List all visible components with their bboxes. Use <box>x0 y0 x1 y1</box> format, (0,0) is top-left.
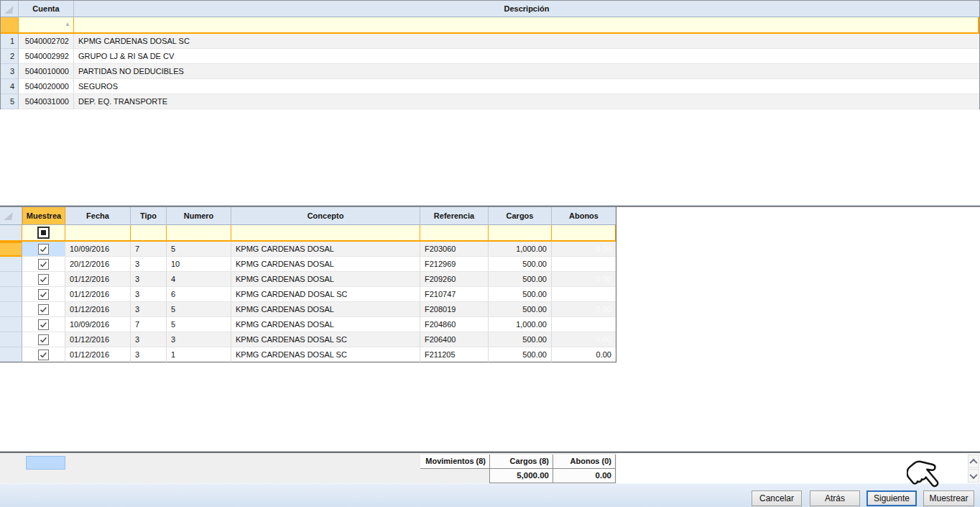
abonos-cell[interactable]: 0.00 <box>552 347 616 362</box>
cuenta-filter-input[interactable]: ▲ <box>19 17 74 32</box>
movement-row[interactable]: 10/09/201675KPMG CARDENAS DOSALF2048601,… <box>0 317 616 332</box>
concepto-cell[interactable]: KPMG CARDENAS DOSAL <box>231 302 420 317</box>
account-row[interactable]: 35040010000PARTIDAS NO DEDUCIBLES <box>1 64 979 79</box>
abonos-cell[interactable]: 0.00 <box>552 302 616 317</box>
muestrea-checkbox-cell[interactable] <box>22 302 65 317</box>
muestrea-checkbox-cell[interactable] <box>22 347 65 362</box>
muestrea-checkbox-cell[interactable] <box>22 257 65 272</box>
abonos-cell[interactable]: 0.00 <box>552 287 616 302</box>
movement-row[interactable]: 20/12/2016310KPMG CARDENAS DOSALF2129695… <box>0 257 616 272</box>
row-selector-cell[interactable] <box>0 317 22 332</box>
cargos-cell[interactable]: 500.00 <box>489 347 552 362</box>
descripcion-cell[interactable]: GRUPO LJ & RI SA DE CV <box>74 49 979 64</box>
checkbox-checked[interactable] <box>38 319 49 330</box>
checkbox-checked[interactable] <box>38 259 49 270</box>
movement-row[interactable]: 01/12/201634KPMG CARDENAS DOSALF20926050… <box>0 272 616 287</box>
movement-row[interactable]: 01/12/201631KPMG CARDENAS DOSAL SCF21120… <box>0 347 616 362</box>
concepto-cell[interactable]: KPMG CARDENAS DOSAL SC <box>231 347 420 362</box>
abonos-cell[interactable]: 0.00 <box>552 332 616 347</box>
vertical-scrollbar[interactable] <box>968 455 979 483</box>
referencia-cell[interactable]: F208019 <box>420 302 489 317</box>
movement-row[interactable]: 01/12/201635KPMG CARDENAS DOSALF20801950… <box>0 302 616 317</box>
numero-cell[interactable]: 3 <box>167 332 231 347</box>
row-selector-cell[interactable] <box>0 272 22 287</box>
column-header-muestrea[interactable]: Muestrea <box>22 207 65 225</box>
cargos-cell[interactable]: 500.00 <box>489 332 552 347</box>
row-number-cell[interactable]: 5 <box>1 94 19 109</box>
tipo-filter-input[interactable] <box>131 225 167 240</box>
referencia-filter-input[interactable] <box>420 225 489 240</box>
row-selector-cell[interactable] <box>0 287 22 302</box>
fecha-cell[interactable]: 01/12/2016 <box>65 347 131 362</box>
row-selector-cell[interactable] <box>0 302 22 317</box>
descripcion-cell[interactable]: PARTIDAS NO DEDUCIBLES <box>74 64 979 79</box>
filter-row-selector[interactable] <box>0 225 22 240</box>
concepto-cell[interactable]: KPMG CARDENAS DOSAL <box>231 257 420 272</box>
row-selector-cell[interactable] <box>0 242 22 257</box>
column-header-cuenta[interactable]: Cuenta <box>19 1 74 17</box>
fecha-cell[interactable]: 20/12/2016 <box>65 257 131 272</box>
column-header-concepto[interactable]: Concepto <box>231 207 420 225</box>
next-button[interactable]: Siguiente <box>866 490 917 506</box>
tipo-cell[interactable]: 3 <box>131 332 167 347</box>
column-header-abonos[interactable]: Abonos <box>552 207 616 225</box>
descripcion-cell[interactable]: SEGUROS <box>74 79 979 94</box>
concepto-cell[interactable]: KPMG CARDENAS DOSAL <box>231 272 420 287</box>
cancel-button[interactable]: Cancelar <box>752 490 802 506</box>
referencia-cell[interactable]: F212969 <box>420 257 489 272</box>
tipo-cell[interactable]: 3 <box>131 257 167 272</box>
row-selector-cell[interactable] <box>0 347 22 362</box>
cargos-cell[interactable]: 500.00 <box>489 287 552 302</box>
cargos-filter-input[interactable] <box>489 225 552 240</box>
tipo-cell[interactable]: 3 <box>131 347 167 362</box>
abonos-cell[interactable]: 0.00 <box>552 242 616 257</box>
referencia-cell[interactable]: F203060 <box>420 242 489 257</box>
grid-corner-cell[interactable] <box>1 1 19 17</box>
referencia-cell[interactable]: F206400 <box>420 332 489 347</box>
muestrea-filter-checkbox[interactable] <box>22 225 65 240</box>
checkbox-checked[interactable] <box>38 350 49 360</box>
descripcion-filter-input[interactable] <box>74 17 979 32</box>
checkbox-checked[interactable] <box>38 274 49 285</box>
row-number-cell[interactable]: 2 <box>1 49 19 64</box>
abonos-cell[interactable]: 0.00 <box>552 317 616 332</box>
muestrea-checkbox-cell[interactable] <box>22 317 65 332</box>
tipo-cell[interactable]: 7 <box>131 317 167 332</box>
column-header-fecha[interactable]: Fecha <box>65 207 131 225</box>
row-number-cell[interactable]: 3 <box>1 64 19 79</box>
scroll-up-button[interactable] <box>968 455 979 468</box>
checkbox-checked[interactable] <box>38 304 49 315</box>
cuenta-cell[interactable]: 5040020000 <box>19 79 74 94</box>
cargos-cell[interactable]: 1,000.00 <box>489 317 552 332</box>
numero-cell[interactable]: 10 <box>167 257 231 272</box>
fecha-cell[interactable]: 01/12/2016 <box>65 302 131 317</box>
concepto-cell[interactable]: KPMG CARDENAS DOSAL SC <box>231 332 420 347</box>
abonos-filter-input[interactable] <box>552 225 616 240</box>
cargos-cell[interactable]: 1,000.00 <box>489 242 552 257</box>
cuenta-cell[interactable]: 5040031000 <box>19 94 74 109</box>
account-row[interactable]: 45040020000SEGUROS <box>1 79 979 94</box>
referencia-cell[interactable]: F204860 <box>420 317 489 332</box>
column-header-tipo[interactable]: Tipo <box>131 207 167 225</box>
account-row[interactable]: 25040002992GRUPO LJ & RI SA DE CV <box>1 49 979 64</box>
muestrea-checkbox-cell[interactable] <box>22 242 65 257</box>
numero-cell[interactable]: 1 <box>167 347 231 362</box>
fecha-cell[interactable]: 01/12/2016 <box>65 272 131 287</box>
tipo-cell[interactable]: 3 <box>131 287 167 302</box>
abonos-cell[interactable]: 0.00 <box>552 257 616 272</box>
descripcion-cell[interactable]: KPMG CARDENAS DOSAL SC <box>74 34 979 49</box>
grid-corner-cell[interactable] <box>0 207 22 225</box>
cargos-cell[interactable]: 500.00 <box>489 257 552 272</box>
numero-cell[interactable]: 5 <box>167 302 231 317</box>
fecha-cell[interactable]: 10/09/2016 <box>65 317 131 332</box>
cuenta-cell[interactable]: 5040002992 <box>19 49 74 64</box>
checkbox-checked[interactable] <box>38 334 49 345</box>
column-header-descripcion[interactable]: Descripción <box>74 1 979 17</box>
checkbox-checked[interactable] <box>38 289 49 300</box>
numero-cell[interactable]: 4 <box>167 272 231 287</box>
filter-row-selector[interactable] <box>1 17 19 32</box>
fecha-cell[interactable]: 01/12/2016 <box>65 287 131 302</box>
numero-cell[interactable]: 5 <box>167 242 231 257</box>
movement-row[interactable]: 10/09/201675KPMG CARDENAS DOSALF2030601,… <box>0 242 616 257</box>
cargos-cell[interactable]: 500.00 <box>489 272 552 287</box>
